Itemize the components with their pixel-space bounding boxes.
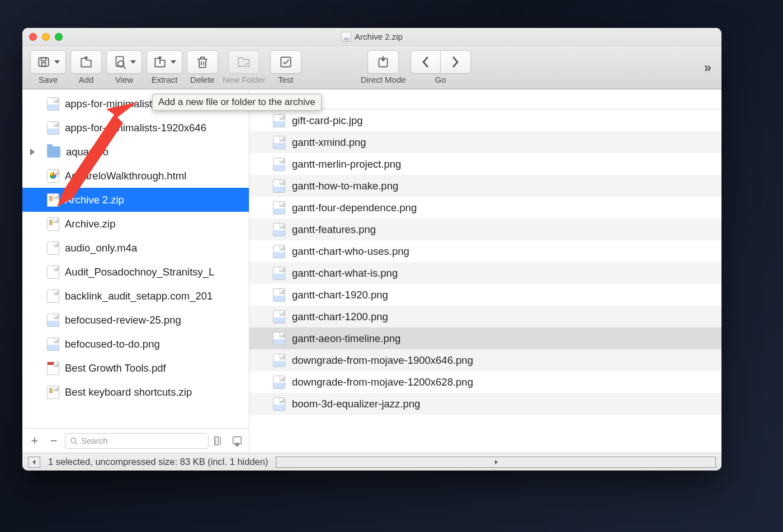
test-icon [279,55,293,69]
sidebar-file-list[interactable]: apps-for-minimalists-1200x628apps-for-mi… [22,89,249,428]
sidebar-item[interactable]: backlink_audit_setapp.com_201 [22,284,249,308]
add-item-button[interactable]: + [27,433,43,449]
pdf-file-icon [47,362,59,375]
sidebar-item-label: AquareloWalkthrough.html [65,170,186,182]
list-item[interactable]: gift-card-pic.jpg [249,110,721,131]
search-input[interactable]: Search [65,433,209,449]
svg-rect-2 [42,63,46,66]
status-next-button[interactable] [276,457,716,468]
folder-icon [47,146,60,158]
test-button[interactable] [270,50,301,74]
image-file-icon [273,245,285,258]
sidebar-item-label: befocused-review-25.png [65,314,181,326]
new-folder-button[interactable] [228,50,260,74]
save-label: Save [39,75,58,84]
sidebar-item[interactable]: Archive 2.zip [22,188,249,212]
list-item-label: gantt-four-dependence.png [292,202,417,214]
search-placeholder: Search [81,436,108,445]
list-item[interactable]: gantt-how-to-make.png [249,175,721,197]
list-item-label: boom-3d-equalizer-jazz.png [292,398,420,410]
sidebar-item[interactable]: audio_only.m4a [22,236,249,260]
list-item[interactable]: gantt-xmind.png [249,131,721,153]
add-label: Add [79,75,94,84]
sidebar-item-label: Best Growth Tools.pdf [65,362,166,374]
archive-icon: zip [341,32,351,42]
list-item[interactable]: gantt-aeon-timeline.png [249,327,721,349]
extract-label: Extract [152,75,178,84]
go-back-button[interactable] [411,51,441,73]
disclosure-triangle-icon[interactable] [30,149,35,155]
image-file-icon [273,136,285,149]
list-item-label: gantt-chart-1200.png [292,311,388,323]
list-item-label: gantt-chart-who-uses.png [292,245,409,258]
add-button[interactable] [70,50,102,74]
go-forward-button[interactable] [441,51,470,73]
status-bar: 1 selected, uncompressed size: 83 KB (in… [22,453,721,471]
sidebar-item[interactable]: Archive.zip [22,212,249,236]
view-label: View [115,75,133,84]
window-title: zip Archive 2.zip [22,32,721,42]
list-item[interactable]: gantt-four-dependence.png [249,197,721,218]
minimize-window-button[interactable] [42,33,50,41]
toolbar-add: Add [70,50,102,84]
delete-label: Delete [190,75,214,84]
zoom-window-button[interactable] [55,33,63,41]
main-panes: apps-for-minimalists-1200x628apps-for-mi… [22,89,721,453]
status-prev-button[interactable] [28,457,40,468]
sidebar-item[interactable]: aquarello [22,140,249,164]
zip-file-icon [47,217,59,231]
list-item[interactable]: gantt-features.png [249,218,721,240]
app-window: zip Archive 2.zip Save Add View [22,28,721,471]
img-file-icon [47,97,59,111]
img-file-icon [47,314,59,327]
sidebar-item[interactable]: Best keyboard shortcuts.zip [22,380,249,404]
save-button[interactable] [30,50,66,74]
delete-button[interactable] [187,50,218,74]
list-item[interactable]: gantt-merlin-project.png [249,153,721,175]
status-text: 1 selected, uncompressed size: 83 KB (in… [48,457,268,467]
view-button[interactable] [106,50,142,74]
ruler-icon[interactable] [212,434,227,448]
extract-button[interactable] [147,50,182,74]
list-item[interactable]: gantt-chart-1200.png [249,306,721,327]
close-window-button[interactable] [29,33,37,41]
test-label: Test [278,75,294,84]
sidebar-item-label: Best keyboard shortcuts.zip [65,386,192,398]
image-file-icon [273,288,285,302]
list-item[interactable]: boom-3d-equalizer-jazz.png [249,393,721,415]
list-item-label: gantt-xmind.png [292,136,366,149]
list-item[interactable]: downgrade-from-mojave-1200x628.png [249,371,721,393]
list-item-label: downgrade-from-mojave-1200x628.png [292,376,473,388]
img-file-icon [47,338,59,351]
go-label: Go [435,75,446,84]
sidebar-item[interactable]: befocused-review-25.png [22,308,249,332]
direct-mode-button[interactable] [367,50,399,74]
list-item[interactable]: gantt-chart-1920.png [249,284,721,306]
image-file-icon [273,354,285,367]
list-item-label: gantt-chart-1920.png [292,289,388,301]
chevron-right-icon [448,55,463,69]
sidebar-item[interactable]: AquareloWalkthrough.html [22,164,249,188]
trash-icon [195,55,210,69]
blank-file-icon [47,265,59,279]
archive-file-list[interactable]: gift-card-pic.jpggantt-xmind.pnggantt-me… [249,110,721,453]
sidebar-item[interactable]: apps-for-minimalists-1920x646 [22,116,249,140]
sidebar-item-label: befocused-to-do.png [65,338,160,350]
sidebar-item[interactable]: Best Growth Tools.pdf [22,356,249,380]
image-file-icon [273,310,285,324]
list-item[interactable]: downgrade-from-mojave-1900x646.png [249,349,721,371]
toolbar-overflow-button[interactable]: » [704,60,714,75]
sidebar-item-label: Audit_Posadochnoy_Stranitsy_L [65,266,214,278]
preview-icon[interactable] [230,434,244,448]
new-folder-icon [237,55,251,69]
blank-file-icon [47,289,59,303]
list-item[interactable]: gantt-chart-what-is.png [249,262,721,284]
svg-rect-6 [281,57,290,66]
m4a-file-icon [47,241,59,255]
sidebar-item-label: backlink_audit_setapp.com_201 [65,290,213,302]
add-icon [79,55,93,69]
sidebar-item[interactable]: befocused-to-do.png [22,332,249,356]
sidebar-item[interactable]: Audit_Posadochnoy_Stranitsy_L [22,260,249,284]
remove-item-button[interactable]: − [46,433,62,449]
list-item[interactable]: gantt-chart-who-uses.png [249,240,721,262]
